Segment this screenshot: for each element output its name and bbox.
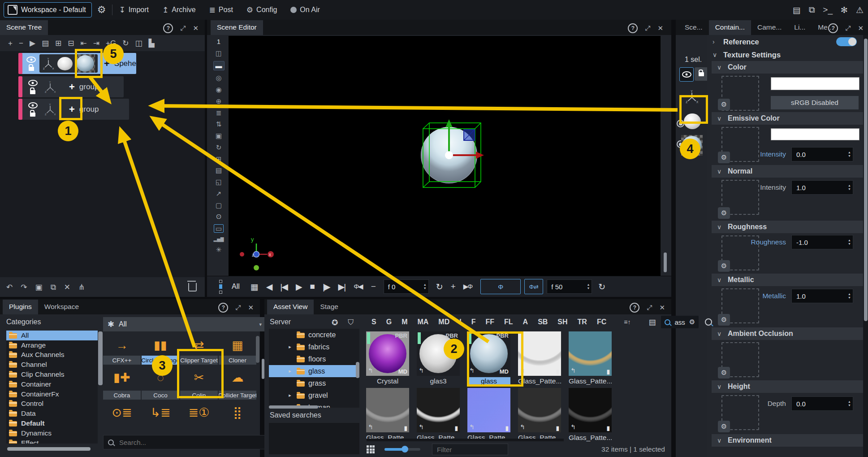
categories-scrollbar[interactable] [98, 331, 103, 385]
reload-icon[interactable]: ↻ [122, 39, 129, 47]
folder-item[interactable]: ▸ fabrics [269, 341, 359, 353]
stepper-icon[interactable] [585, 283, 592, 290]
visibility-eye-icon[interactable] [28, 80, 38, 86]
expand-tree-icon[interactable]: ⊞ [55, 39, 61, 47]
range-plus-icon[interactable]: + [451, 282, 455, 292]
stepper-icon[interactable] [846, 151, 853, 158]
help-icon[interactable]: ? [218, 303, 228, 313]
emissive-color-swatch[interactable] [771, 128, 859, 140]
branch-icon[interactable]: ⋔ [78, 283, 85, 291]
filter-letter[interactable]: FF [480, 318, 499, 326]
frame-end-field[interactable]: f 50 [547, 279, 592, 294]
keyframe-next-icon[interactable]: ▶Φ [463, 283, 472, 291]
filter-letter[interactable]: MD [433, 318, 454, 326]
help-icon[interactable]: ? [828, 23, 838, 33]
transport-scope[interactable]: All [232, 283, 240, 291]
keyframe-move-button[interactable]: Φ⇄ [524, 279, 543, 294]
chevron-down-icon[interactable]: ∨ [717, 168, 722, 175]
asset-tab[interactable]: Asset View [267, 300, 314, 314]
archive-menu[interactable]: ↥ Archive [162, 5, 196, 15]
gear-icon[interactable]: ⚙ [718, 207, 730, 219]
play-node-icon[interactable]: ▶ [30, 39, 35, 47]
visibility-eye-button[interactable] [679, 67, 694, 82]
expand-plus-icon[interactable]: + [69, 81, 75, 93]
docs-book-icon[interactable]: ⧉ [809, 5, 815, 15]
asset-item[interactable]: ↰ ▮ Glass_Patte... [518, 388, 561, 441]
properties-tab[interactable]: Came... [751, 20, 788, 35]
chevron-down-icon[interactable]: ∨ [717, 383, 722, 390]
chevron-down-icon[interactable]: ∨ [717, 330, 722, 337]
metallic-section-header[interactable]: ∨ Metallic [712, 274, 863, 286]
visibility-eye-icon[interactable] [26, 57, 36, 63]
filter-letter[interactable]: G [381, 318, 397, 326]
metallic-field[interactable]: 1.0 [791, 289, 853, 303]
post-menu[interactable]: ≣ Post [209, 5, 233, 15]
asset-item[interactable]: ↰ ▮ Glass_Patte... [569, 388, 612, 441]
filter-letter[interactable]: SH [553, 318, 572, 326]
asset-item[interactable]: ↰ ▮ Glass_Patte... [417, 388, 460, 441]
chevron-down-icon[interactable]: ∨ [717, 64, 722, 71]
preview-slider-icon[interactable] [219, 280, 223, 293]
save-icon[interactable]: ▣ [35, 283, 43, 291]
asset-search[interactable]: ass ⚙ [661, 316, 699, 328]
asset-tab[interactable]: Stage [314, 300, 345, 314]
to-end-button[interactable]: ▶| [338, 282, 345, 292]
tab-scene-editor[interactable]: Scene Editor [211, 20, 263, 35]
help-icon[interactable]: ? [630, 303, 639, 313]
gear-icon[interactable]: ⚙ [718, 152, 730, 163]
help-icon[interactable]: ? [163, 23, 173, 33]
dots-grid-icon[interactable]: ⣿ [219, 400, 256, 426]
stepper-icon[interactable] [846, 239, 853, 246]
to-start-button[interactable]: |◀ [280, 282, 287, 292]
stepper-icon[interactable] [846, 400, 853, 407]
snapshot-icon[interactable]: ▦ [250, 282, 258, 292]
lock-icon[interactable] [30, 113, 35, 117]
branch-list-icon[interactable]: ↳≣ [142, 400, 179, 426]
emissive-section-header[interactable]: ∨ Emissive Color [712, 112, 863, 125]
binoculars-icon[interactable] [705, 318, 712, 326]
folder-item[interactable]: concrete [269, 329, 359, 341]
asset-filter-input-wrap[interactable] [432, 444, 508, 455]
export-icon[interactable]: ↗ [216, 190, 222, 197]
help-icon[interactable]: ? [628, 23, 638, 33]
columns-icon[interactable]: ▮▮ [142, 335, 179, 356]
folder-item[interactable]: grass [269, 377, 359, 389]
arrange-icon[interactable]: → [103, 335, 141, 356]
roughness-section-header[interactable]: ∨ Roughness [712, 221, 863, 233]
asset-item[interactable]: ↰ ▮ Glass_Patte... [366, 388, 409, 441]
category-item[interactable]: All [6, 331, 98, 340]
square-icon[interactable]: ▢ [216, 201, 222, 209]
filter-letter[interactable]: TR [573, 318, 592, 326]
reference-section[interactable]: › Reference [707, 35, 863, 48]
pinwheel-icon[interactable]: ✻ [841, 5, 848, 15]
asset-item[interactable]: PBR ↰ MD Crystal [366, 331, 409, 386]
thumbnail-view-icon[interactable] [367, 445, 375, 453]
box-icon[interactable]: ▣ [216, 132, 222, 139]
asset-filter-input[interactable] [436, 445, 501, 454]
filter-letter[interactable]: A [518, 318, 533, 326]
category-item[interactable]: Dynamics [6, 428, 98, 438]
category-item[interactable]: Clip Channels [6, 370, 98, 379]
layers-icon[interactable]: ≣ [216, 109, 222, 117]
stepper-icon[interactable] [846, 292, 853, 300]
gear-icon[interactable]: ⚙ [718, 99, 730, 110]
properties-tab[interactable]: Contain... [709, 20, 751, 35]
search-list-icon[interactable]: ⊙≣ [103, 400, 141, 426]
visibility-eye-icon[interactable] [28, 102, 38, 109]
plugin-label[interactable]: Coco [142, 391, 179, 400]
camera-icon[interactable]: ◉ [216, 86, 221, 93]
asset-search-value[interactable]: ass [674, 318, 685, 326]
maximize-icon[interactable]: ⤢ [647, 304, 652, 312]
filter-letter[interactable]: F [466, 318, 481, 326]
plugin-label[interactable]: Cloner [219, 356, 256, 365]
srgb-button[interactable]: sRGB Disabled [771, 96, 859, 109]
categories-hscrollbar[interactable] [7, 447, 91, 451]
doc-info-icon[interactable]: ▤ [648, 318, 656, 327]
category-item[interactable]: Data [6, 409, 98, 418]
material-sphere-icon[interactable] [57, 57, 73, 70]
rotate-icon[interactable]: ↻ [216, 144, 222, 151]
database-icon[interactable]: ▤ [793, 5, 801, 15]
asset-item[interactable]: ↰ ▮ Glass_Patte... [467, 388, 510, 441]
plugins-tab[interactable]: Plugins [3, 300, 38, 314]
texture-settings-section[interactable]: ∨ Texture Settings [707, 48, 863, 61]
